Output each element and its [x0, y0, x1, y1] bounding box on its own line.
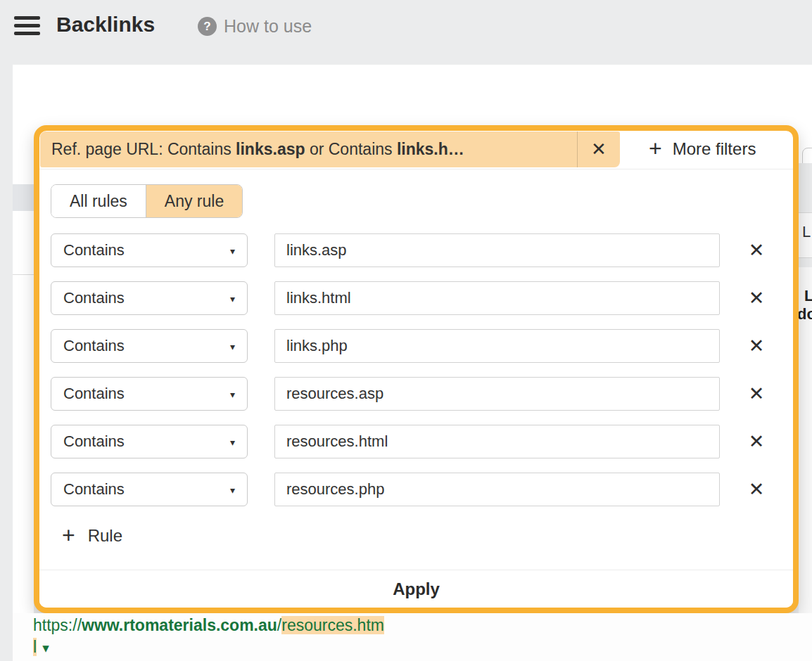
- chevron-down-icon: ▾: [230, 389, 235, 400]
- how-to-use-link[interactable]: How to use: [224, 16, 312, 37]
- clipped-column-header: L: [799, 212, 812, 258]
- filter-tag-row: Ref. page URL: Contains links.asp or Con…: [39, 131, 793, 169]
- more-filters-label: More filters: [673, 139, 756, 159]
- apply-label: Apply: [393, 579, 440, 599]
- clipped-bold-text: do: [797, 305, 812, 323]
- remove-rule-icon[interactable]: ✕: [742, 473, 770, 506]
- remove-rule-icon[interactable]: ✕: [742, 425, 770, 458]
- rule-row: Contains ▾ ✕: [51, 233, 793, 267]
- table-right-edge: L L do: [799, 163, 812, 613]
- clipped-table-cell: L do: [799, 267, 812, 613]
- operator-select[interactable]: Contains ▾: [51, 233, 248, 267]
- remove-rule-icon[interactable]: ✕: [742, 377, 770, 411]
- plus-icon: +: [62, 524, 75, 546]
- rule-row: Contains ▾ ✕: [51, 329, 793, 363]
- operator-label: Contains: [63, 432, 125, 451]
- rule-row: Contains ▾ ✕: [51, 281, 793, 315]
- hamburger-menu-icon[interactable]: [14, 16, 40, 35]
- rule-value-input[interactable]: [274, 425, 720, 458]
- add-rule-button[interactable]: + Rule: [62, 522, 122, 550]
- table-left-edge: [13, 163, 34, 613]
- apply-button[interactable]: Apply: [39, 570, 793, 608]
- page-title: Backlinks: [56, 13, 155, 37]
- any-rule-label: Any rule: [165, 192, 224, 211]
- operator-label: Contains: [63, 241, 125, 259]
- operator-label: Contains: [63, 337, 125, 355]
- filter-tag-text: Ref. page URL: Contains links.asp or Con…: [51, 131, 572, 167]
- add-rule-label: Rule: [88, 526, 122, 546]
- rule-value-input[interactable]: [274, 329, 720, 363]
- operator-select[interactable]: Contains ▾: [51, 473, 248, 506]
- operator-select[interactable]: Contains ▾: [51, 425, 248, 458]
- remove-filter-icon[interactable]: ✕: [577, 131, 620, 167]
- more-filters-button[interactable]: + More filters: [649, 131, 756, 167]
- rule-value-input[interactable]: [274, 473, 720, 506]
- chevron-down-icon: ▾: [230, 245, 235, 257]
- clipped-bold-text: L: [804, 287, 812, 305]
- operator-select[interactable]: Contains ▾: [51, 329, 248, 363]
- referring-page-url-link[interactable]: https://www.rtomaterials.com.au/resource…: [33, 615, 737, 659]
- tab-any-rule[interactable]: Any rule: [146, 185, 242, 217]
- remove-rule-icon[interactable]: ✕: [742, 233, 770, 267]
- ref-page-url-filter-tag[interactable]: Ref. page URL: Contains links.asp or Con…: [40, 131, 620, 167]
- operator-select[interactable]: Contains ▾: [51, 377, 248, 411]
- url-scheme: https://: [33, 616, 82, 634]
- remove-rule-icon[interactable]: ✕: [742, 281, 770, 315]
- operator-label: Contains: [63, 289, 125, 307]
- ref-page-url-filter-panel: Ref. page URL: Contains links.asp or Con…: [34, 125, 799, 613]
- chevron-down-icon: ▾: [230, 437, 235, 448]
- remove-rule-icon[interactable]: ✕: [742, 329, 770, 363]
- chevron-down-icon: ▾: [230, 341, 235, 352]
- plus-icon: +: [649, 137, 662, 160]
- top-bar: Backlinks ? How to use: [0, 0, 812, 65]
- rule-row: Contains ▾ ✕: [51, 425, 793, 458]
- url-path-highlight: resources.htm: [281, 616, 384, 634]
- rule-value-input[interactable]: [274, 281, 720, 315]
- all-rules-label: All rules: [70, 192, 127, 211]
- url-wrap-highlight: l: [33, 638, 37, 656]
- url-domain: www.rtomaterials.com.au: [82, 616, 277, 634]
- tab-all-rules[interactable]: All rules: [51, 185, 146, 217]
- rule-value-input[interactable]: [274, 377, 720, 411]
- chevron-down-icon: ▾: [230, 293, 235, 304]
- rules-mode-segmented-control: All rules Any rule: [51, 184, 243, 218]
- url-dropdown-icon[interactable]: ▾: [42, 641, 49, 655]
- operator-select[interactable]: Contains ▾: [51, 281, 248, 315]
- operator-label: Contains: [63, 480, 125, 499]
- help-icon[interactable]: ?: [198, 17, 217, 36]
- operator-label: Contains: [63, 385, 125, 403]
- rule-row: Contains ▾ ✕: [51, 377, 793, 411]
- backlink-table-row: https://www.rtomaterials.com.au/resource…: [13, 613, 812, 661]
- chevron-down-icon: ▾: [230, 484, 235, 496]
- rule-row: Contains ▾ ✕: [51, 473, 793, 506]
- rule-value-input[interactable]: [274, 233, 720, 267]
